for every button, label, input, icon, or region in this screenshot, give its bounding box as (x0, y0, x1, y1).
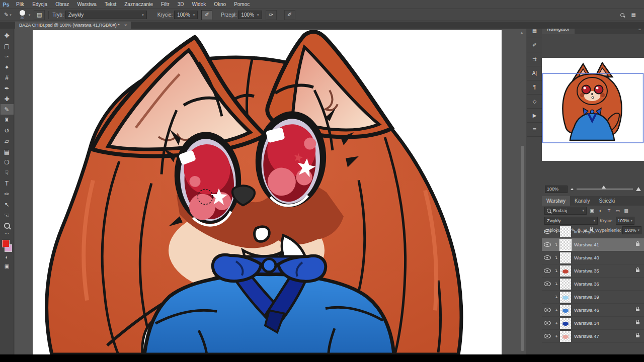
pressure-opacity-button[interactable]: ✐ (201, 10, 212, 20)
menu-tekst[interactable]: Tekst (101, 0, 120, 9)
layer-row[interactable]: ↴Warstwa 47 (542, 330, 644, 343)
layer-thumbnail[interactable] (560, 252, 571, 263)
layer-visibility-toggle[interactable] (542, 229, 553, 234)
magic-wand-tool[interactable]: ✦ (1, 62, 14, 72)
layer-name[interactable]: lines eyes (574, 229, 595, 234)
menu-edycja[interactable]: Edycja (28, 0, 51, 9)
close-icon[interactable]: × (124, 23, 127, 28)
layer-thumbnail[interactable] (560, 305, 571, 316)
brush-preset-picker[interactable]: 30 (20, 10, 25, 20)
toggle-brush-panel-button[interactable]: ▤ (34, 10, 45, 20)
layer-visibility-toggle[interactable] (542, 268, 553, 273)
menu-widok[interactable]: Widok (188, 0, 210, 9)
clone-source-panel-icon[interactable]: ⇉ (527, 52, 542, 66)
tab-layers[interactable]: Warstwy (542, 196, 570, 206)
layers-opacity-select[interactable]: 100% ▾ (616, 217, 635, 225)
clone-stamp-tool[interactable]: ♜ (1, 115, 14, 125)
filter-smart-objects-icon[interactable]: ▩ (623, 207, 629, 214)
eraser-tool[interactable]: ▱ (1, 136, 14, 146)
layer-name[interactable]: Warstwa 39 (574, 294, 599, 300)
scrollbar-thumb[interactable] (521, 146, 524, 351)
brush-tool[interactable]: ✎ (1, 104, 14, 115)
zoom-out-icon[interactable] (571, 188, 574, 190)
layer-visibility-toggle[interactable] (542, 334, 553, 338)
navigator-zoom-input[interactable]: 100% (545, 186, 568, 193)
layer-name[interactable]: Warstwa 34 (574, 320, 599, 326)
layer-thumbnail[interactable] (560, 292, 571, 303)
edit-toolbar-dots[interactable]: ⋯ (5, 231, 9, 238)
hand-tool[interactable]: ☜ (1, 210, 14, 220)
navigator-preview[interactable] (542, 58, 644, 161)
airbrush-button[interactable]: ✑ (266, 10, 277, 20)
document-canvas[interactable] (33, 30, 502, 354)
flow-select[interactable]: 100% ▾ (238, 11, 262, 19)
marquee-tool[interactable]: ▢ (1, 41, 14, 51)
layer-visibility-toggle[interactable] (542, 255, 553, 260)
search-icon[interactable] (620, 13, 624, 17)
foreground-color-swatch[interactable] (2, 240, 10, 247)
layer-name[interactable]: Warstwa 35 (574, 268, 599, 274)
layer-row[interactable]: ↴Warstwa 40 (542, 251, 644, 264)
layer-row[interactable]: ↴Warstwa 41 (542, 238, 644, 251)
scroll-up-arrow[interactable]: ▴ (521, 30, 523, 35)
healing-brush-tool[interactable]: ✚ (1, 94, 14, 104)
zoom-in-icon[interactable] (636, 187, 641, 191)
type-tool[interactable]: T (1, 178, 14, 189)
layer-visibility-toggle[interactable] (542, 308, 553, 312)
filter-type-layers-icon[interactable]: T (606, 207, 612, 214)
layer-visibility-toggle[interactable] (542, 282, 553, 286)
layer-thumbnail[interactable] (560, 239, 571, 250)
menu-okno[interactable]: Okno (210, 0, 230, 9)
layer-thumbnail[interactable] (560, 279, 571, 290)
layer-row[interactable]: ↴Warstwa 34 (542, 317, 644, 330)
blend-mode-select[interactable]: Zwykły ▾ (65, 11, 147, 19)
tab-paths[interactable]: Ścieżki (595, 196, 620, 206)
menu-zaznaczanie[interactable]: Zaznaczanie (120, 0, 157, 9)
history-brush-tool[interactable]: ↺ (1, 125, 14, 136)
layer-name[interactable]: Warstwa 36 (574, 281, 599, 287)
layer-name[interactable]: Warstwa 46 (574, 307, 599, 313)
lasso-tool[interactable]: ∽ (1, 51, 14, 62)
blur-tool[interactable]: ❍ (1, 157, 14, 167)
document-tab[interactable]: BAZA CHIBI.psd @ 100% (Warstwa 41,RGB/8#… (15, 22, 131, 29)
3d-panel-icon[interactable]: ◇ (527, 95, 542, 109)
menu-warstwa[interactable]: Warstwa (73, 0, 101, 9)
opacity-select[interactable]: 100% ▾ (174, 11, 198, 19)
layer-thumbnail[interactable] (560, 226, 571, 237)
canvas-vertical-scrollbar[interactable]: ▴ (520, 30, 525, 353)
eyedropper-tool[interactable]: ✒ (1, 83, 14, 94)
menu-filtr[interactable]: Filtr (157, 0, 174, 9)
navigator-zoom-slider[interactable] (577, 189, 633, 190)
menu-3d[interactable]: 3D (174, 0, 188, 9)
layer-thumbnail[interactable] (560, 265, 571, 277)
move-tool[interactable]: ✥ (1, 30, 14, 41)
layer-comps-panel-icon[interactable]: ≣ (527, 123, 542, 137)
character-panel-icon[interactable]: A| (527, 66, 542, 80)
pressure-size-button[interactable]: ✐ (284, 10, 295, 20)
layer-filter-select[interactable]: Rodzaj ▾ (544, 207, 587, 215)
layer-name[interactable]: Warstwa 47 (574, 333, 599, 339)
quick-mask-button[interactable]: ◐ (1, 252, 14, 261)
menu-plik[interactable]: Plik (12, 0, 28, 9)
layer-visibility-toggle[interactable] (542, 321, 553, 325)
chevron-down-icon[interactable]: ▾ (29, 13, 31, 17)
paragraph-panel-icon[interactable]: ¶ (527, 80, 542, 95)
workspace-switcher-icon[interactable]: ▦ (631, 12, 636, 18)
layer-thumbnail[interactable] (560, 318, 571, 329)
layer-name[interactable]: Warstwa 41 (574, 242, 599, 247)
crop-tool[interactable]: # (1, 72, 14, 83)
filter-pixel-layers-icon[interactable]: ▣ (589, 207, 595, 214)
menu-obraz[interactable]: Obraz (51, 0, 73, 9)
layer-row[interactable]: ↴lines eyes (542, 225, 644, 238)
filter-shape-layers-icon[interactable]: ▭ (614, 207, 621, 214)
layer-row[interactable]: ↴Warstwa 35 (542, 264, 644, 278)
zoom-tool[interactable] (1, 220, 14, 231)
zoom-slider-thumb[interactable] (602, 186, 606, 189)
gradient-tool[interactable]: ▤ (1, 146, 14, 157)
brush-settings-panel-icon[interactable]: ✐ (527, 38, 542, 52)
tab-channels[interactable]: Kanały (570, 196, 595, 206)
path-select-tool[interactable]: ↖ (1, 199, 14, 210)
layer-row[interactable]: ↴Warstwa 46 (542, 304, 644, 317)
layer-thumbnail[interactable] (560, 331, 571, 342)
layer-row[interactable]: ↴Warstwa 36 (542, 278, 644, 291)
